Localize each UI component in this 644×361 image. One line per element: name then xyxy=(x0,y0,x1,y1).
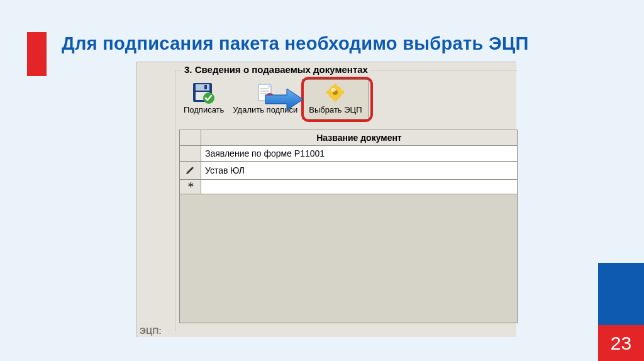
grid-empty-area xyxy=(179,194,518,323)
accent-bar-left xyxy=(27,32,47,76)
table-row[interactable]: Заявление по форме Р11001 xyxy=(180,146,518,162)
accent-corner-blue xyxy=(598,263,644,325)
sign-label: Подписать xyxy=(184,105,224,114)
svg-point-20 xyxy=(331,88,336,92)
gear-gold-icon xyxy=(323,81,348,105)
footer-label: ЭЦП: xyxy=(140,326,162,336)
svg-rect-11 xyxy=(334,84,336,87)
row-marker xyxy=(180,146,201,162)
grid-header-mark xyxy=(180,130,201,146)
group-legend: 3. Сведения о подаваемых документах xyxy=(182,64,370,75)
app-panel: 3. Сведения о подаваемых документах Подп… xyxy=(136,62,516,337)
cell-name[interactable]: Заявление по форме Р11001 xyxy=(201,146,518,162)
choose-ecp-button[interactable]: Выбрать ЭЦП xyxy=(302,79,369,119)
grid-header-row: Название документ xyxy=(180,130,518,146)
delete-label: Удалить подписи xyxy=(233,105,297,114)
delete-sign-button[interactable]: Удалить подписи xyxy=(228,79,302,119)
svg-rect-3 xyxy=(204,85,207,89)
page-delete-icon xyxy=(253,81,278,105)
group-documents: 3. Сведения о подаваемых документах Подп… xyxy=(175,70,517,331)
row-marker-new: * xyxy=(180,180,201,194)
documents-grid[interactable]: Название документ Заявление по форме Р11… xyxy=(179,130,518,323)
grid-header-name: Название документ xyxy=(201,130,518,146)
floppy-check-icon xyxy=(191,81,216,105)
row-marker-pencil xyxy=(180,162,201,180)
table-row[interactable]: * xyxy=(180,180,518,194)
cell-name[interactable] xyxy=(201,180,518,194)
table-row[interactable]: Устав ЮЛ xyxy=(180,162,518,180)
slide-title: Для подписания пакета необходимо выбрать… xyxy=(62,33,529,54)
toolbar: Подписать Удалить подписи xyxy=(179,79,369,119)
cell-name[interactable]: Устав ЮЛ xyxy=(201,162,518,180)
sign-button[interactable]: Подписать xyxy=(179,79,228,119)
choose-label: Выбрать ЭЦП xyxy=(309,105,362,114)
page-number: 23 xyxy=(598,325,644,361)
pencil-icon xyxy=(186,164,196,174)
svg-rect-1 xyxy=(196,84,209,91)
